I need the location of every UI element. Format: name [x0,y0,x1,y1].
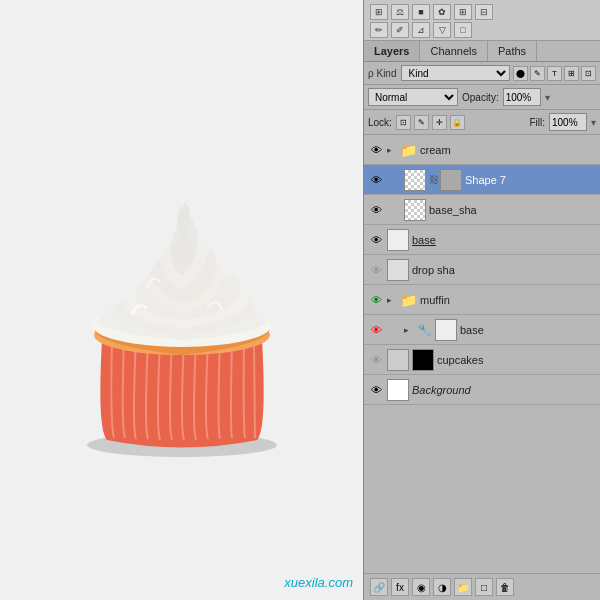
drop-sha-thumb [387,259,409,281]
filter-icon-2[interactable]: ✎ [530,66,545,81]
layers-panel: ⊞ ⚖ ■ ✿ ⊞ ⊟ ✏ ✐ ⊿ ▽ □ Layers Channels Pa… [363,0,600,600]
layer-background[interactable]: 👁 Background [364,375,600,405]
shape7-layer-name: Shape 7 [465,174,596,186]
eye-cupcakes[interactable]: 👁 [368,352,384,368]
layer-shape7[interactable]: 👁 ⛓ Shape 7 [364,165,600,195]
cream-folder-icon: 📁 [400,142,417,158]
base-sub-folder-icon: 🔧 [417,323,432,337]
muffin-folder-icon: 📁 [400,292,417,308]
layer-base-sub[interactable]: 👁 ▸ 🔧 base [364,315,600,345]
toolbar-icon-10[interactable]: ▽ [433,22,451,38]
tab-paths[interactable]: Paths [488,41,537,61]
filter-icon-4[interactable]: ⊞ [564,66,579,81]
base-thumb [387,229,409,251]
filter-icons: ⬤ ✎ T ⊞ ⊡ [513,66,596,81]
background-layer-name: Background [412,384,596,396]
layer-base-sha[interactable]: 👁 base_sha [364,195,600,225]
toolbar-icon-2[interactable]: ⚖ [391,4,409,20]
toolbar-icon-1[interactable]: ⊞ [370,4,388,20]
tab-layers[interactable]: Layers [364,41,420,61]
shape7-chain: ⛓ [429,174,437,185]
lock-paint-icon[interactable]: ✎ [414,115,429,130]
opacity-input[interactable] [503,88,541,106]
blend-mode-row: Normal Opacity: ▾ [364,85,600,110]
eye-muffin-group[interactable]: 👁 [368,292,384,308]
eye-cream-group[interactable]: 👁 [368,142,384,158]
opacity-label: Opacity: [462,92,499,103]
toolbar-icon-4[interactable]: ✿ [433,4,451,20]
toolbar-row-1: ⊞ ⚖ ■ ✿ ⊞ ⊟ [370,4,594,20]
fill-label: Fill: [529,117,545,128]
base-sha-layer-name: base_sha [429,204,596,216]
layer-base[interactable]: 👁 base [364,225,600,255]
blend-mode-select[interactable]: Normal [368,88,458,106]
filter-row: ρ Kind Kind ⬤ ✎ T ⊞ ⊡ [364,62,600,85]
panel-bottom-toolbar: 🔗 fx ◉ ◑ 📁 □ 🗑 [364,573,600,600]
toolbar-row-2: ✏ ✐ ⊿ ▽ □ [370,22,594,38]
lock-move-icon[interactable]: ✛ [432,115,447,130]
eye-base-sha[interactable]: 👁 [368,202,384,218]
canvas-area: xuexila.com [0,0,363,600]
layer-muffin-group[interactable]: 👁 ▸ 📁 muffin [364,285,600,315]
toolbar-icon-6[interactable]: ⊟ [475,4,493,20]
watermark: xuexila.com [284,575,353,590]
filter-label: ρ Kind [368,68,396,79]
layers-list: 👁 ▸ 📁 cream 👁 ⛓ Shape 7 👁 base_sha 👁 bas… [364,135,600,573]
cupcakes-layer-name: cupcakes [437,354,596,366]
shape7-thumb1 [404,169,426,191]
lock-label: Lock: [368,117,392,128]
filter-icon-3[interactable]: T [547,66,562,81]
add-adjustment-button[interactable]: ◑ [433,578,451,596]
cupcake-image [42,140,322,460]
toolbar-icon-3[interactable]: ■ [412,4,430,20]
eye-base[interactable]: 👁 [368,232,384,248]
base-sha-thumb [404,199,426,221]
link-layers-button[interactable]: 🔗 [370,578,388,596]
cream-arrow[interactable]: ▸ [387,145,397,155]
muffin-arrow[interactable]: ▸ [387,295,397,305]
lock-row: Lock: ⊡ ✎ ✛ 🔒 Fill: ▾ [364,110,600,135]
base-layer-name: base [412,234,596,246]
base-sub-layer-name: base [460,324,596,336]
muffin-layer-name: muffin [420,294,596,306]
delete-layer-button[interactable]: 🗑 [496,578,514,596]
background-thumb [387,379,409,401]
eye-base-sub[interactable]: 👁 [368,322,384,338]
panel-toolbar: ⊞ ⚖ ■ ✿ ⊞ ⊟ ✏ ✐ ⊿ ▽ □ [364,0,600,41]
base-sub-thumb [435,319,457,341]
layer-cream-group[interactable]: 👁 ▸ 📁 cream [364,135,600,165]
add-style-button[interactable]: fx [391,578,409,596]
layer-drop-sha[interactable]: 👁 drop sha [364,255,600,285]
layer-cupcakes[interactable]: 👁 cupcakes [364,345,600,375]
eye-background[interactable]: 👁 [368,382,384,398]
filter-select[interactable]: Kind [401,65,510,81]
toolbar-icon-7[interactable]: ✏ [370,22,388,38]
cupcakes-thumb2 [412,349,434,371]
drop-sha-layer-name: drop sha [412,264,596,276]
tab-channels[interactable]: Channels [420,41,487,61]
filter-icon-5[interactable]: ⊡ [581,66,596,81]
base-sub-arrow[interactable]: ▸ [404,325,414,335]
cupcakes-thumb1 [387,349,409,371]
toolbar-icon-5[interactable]: ⊞ [454,4,472,20]
toolbar-icon-9[interactable]: ⊿ [412,22,430,38]
add-mask-button[interactable]: ◉ [412,578,430,596]
lock-icons: ⊡ ✎ ✛ 🔒 [396,115,465,130]
cream-layer-name: cream [420,144,596,156]
lock-all-icon[interactable]: 🔒 [450,115,465,130]
shape7-thumb2 [440,169,462,191]
eye-shape7[interactable]: 👁 [368,172,384,188]
fill-input[interactable] [549,113,587,131]
create-group-button[interactable]: 📁 [454,578,472,596]
toolbar-icon-11[interactable]: □ [454,22,472,38]
lock-transparent-icon[interactable]: ⊡ [396,115,411,130]
fill-arrow[interactable]: ▾ [591,117,596,128]
tabs-row: Layers Channels Paths [364,41,600,62]
eye-drop-sha[interactable]: 👁 [368,262,384,278]
filter-icon-1[interactable]: ⬤ [513,66,528,81]
opacity-arrow[interactable]: ▾ [545,92,550,103]
toolbar-icon-8[interactable]: ✐ [391,22,409,38]
new-layer-button[interactable]: □ [475,578,493,596]
